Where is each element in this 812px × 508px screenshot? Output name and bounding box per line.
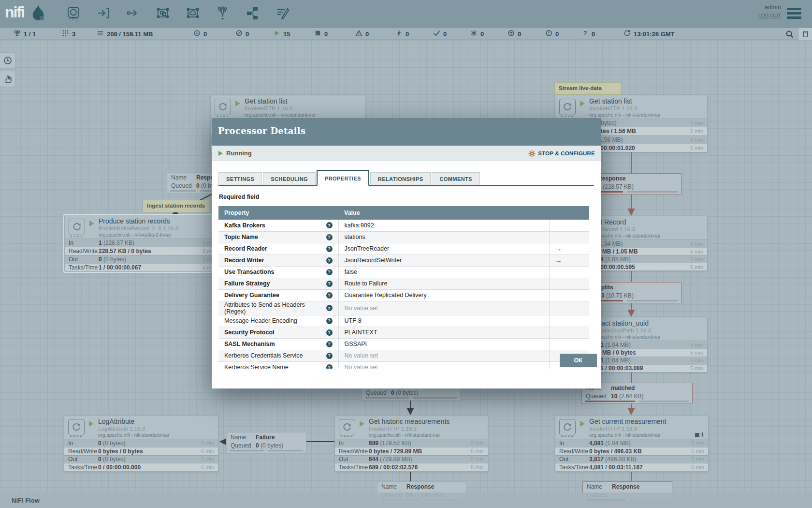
status-locally-modified-value: 0 [480,30,484,38]
value-cell: UTF-8 [338,315,549,327]
queue-indicator [365,397,457,399]
tab-settings[interactable]: SETTINGS [218,172,262,185]
help-icon[interactable]: ? [326,341,333,347]
help-icon[interactable]: ? [326,305,333,311]
locally-modified-icon [470,30,478,38]
locally-modified-stale-icon [545,30,552,38]
help-icon[interactable]: ? [326,269,333,275]
active-thread-count: ▦ 1 [695,432,704,437]
queue-indicator [585,401,689,402]
property-value: No value set [345,364,378,369]
property-row-failure-strategy: Failure Strategy?Route to Failure [218,278,589,289]
extra-cell [549,301,589,315]
status-stale: 0 [508,28,521,40]
help-icon[interactable]: ? [326,246,333,252]
status-disabled: 0 [395,28,409,40]
connection-name-row: NameFailure [227,433,306,442]
stat-label: In [559,440,589,447]
ok-button[interactable]: OK [560,354,597,367]
operate-palette-button[interactable] [0,71,15,87]
processor-stats: In4,081 (1.04 MB)5 minRead/Write0 bytes … [555,439,708,471]
stop-and-configure-button[interactable]: STOP & CONFIGURE [528,146,595,161]
template-icon[interactable] [245,6,260,20]
stat-window: 5 min [691,456,704,462]
processor-bundle: org.apache.nifi - nifi-kafka-2-6-nar [99,232,171,238]
settings-panel-button[interactable] [798,28,812,40]
flow-label-stream-live-data[interactable]: Stream live-data [554,82,621,95]
processor-5-logattribute[interactable]: LogAttributeLogAttribute 1.16.3org.apach… [64,415,218,472]
connection-name-row: NameResponse [583,483,672,491]
stat-value: 1,234 (1.05 MB) [589,256,690,263]
stat-label: Read/Write [559,448,589,455]
name-key: Name [587,483,612,491]
stat-value: 4,091 / 00:00:03.089 [589,365,690,372]
help-icon[interactable]: ? [326,234,333,240]
stat-window: 5 min [690,350,703,356]
processor-name: LogAttribute [98,418,135,425]
stat-value: 4,091 (1.04 MB) [589,357,690,364]
processor-icon [215,99,231,115]
tab-properties[interactable]: PROPERTIES [317,170,369,186]
queued-value: 0 (0 bytes) [391,389,419,397]
nifi-drop-icon [31,4,45,22]
help-icon[interactable]: ? [326,281,333,287]
stat-window: 5 min [690,137,703,143]
go-to-service-icon[interactable]: → [555,256,562,264]
property-cell: Record Reader? [218,243,338,254]
sync-failure-icon: ? [581,30,589,38]
extra-cell [549,266,589,278]
tab-scheduling[interactable]: SCHEDULING [263,172,316,185]
help-icon[interactable]: ? [326,257,333,264]
dialog-header: Processor Details [212,118,601,146]
property-row-attributes-to-send-as-headers-regex: Attributes to Send as Headers (Regex)?No… [218,301,589,315]
processor-4-produce-station-records[interactable]: Produce station recordsPublishKafkaRecor… [64,215,220,272]
queued-key: Queued [231,442,256,449]
remote-process-group-icon[interactable] [186,6,200,20]
property-name: SASL Mechanism [224,341,275,347]
processor-icon[interactable] [66,6,81,20]
property-name: Kerberos Service Name [224,364,289,369]
tab-relationships[interactable]: RELATIONSHIPS [370,172,431,185]
logout-link[interactable]: LOG OUT [758,13,781,18]
property-value: UTF-8 [345,317,362,324]
property-row-message-header-encoding: Message Header Encoding?UTF-8 [218,315,589,327]
user-block: admin LOG OUT [758,4,781,18]
processor-6-get-historic-measurements[interactable]: Get historic measurementsInvokeHTTP 1.16… [334,415,488,472]
stat-row-read-write: Read/Write0 bytes / 496.03 KB5 min [555,447,708,455]
property-cell: Attributes to Send as Headers (Regex)? [218,301,338,315]
label-icon[interactable] [275,6,290,20]
help-icon[interactable]: ? [326,292,333,299]
search-icon[interactable] [785,30,794,38]
input-port-icon[interactable] [96,6,111,20]
go-to-service-icon[interactable]: → [555,245,562,253]
help-icon[interactable]: ? [326,364,333,369]
help-icon[interactable]: ? [326,318,333,324]
running-icon [89,221,94,226]
queue-bar-left [585,401,635,402]
help-icon[interactable]: ? [326,329,333,336]
breadcrumb[interactable]: NiFi Flow [12,497,40,504]
global-menu-icon[interactable] [787,8,801,19]
tab-comments[interactable]: COMMENTS [432,172,479,185]
value-cell: GSSAPI [338,338,549,350]
flow-label-ingest-station-records[interactable]: Ingest station records [143,200,209,212]
column-header-value: Value [338,206,549,220]
help-icon[interactable]: ? [326,222,333,228]
processor-type: InvokeHTTP 1.16.3 [589,105,637,111]
output-port-icon[interactable] [126,6,140,20]
processor-7-get-current-measurement[interactable]: Get current measurementInvokeHTTP 1.16.3… [555,415,709,472]
stat-label: Tasks/Time [68,464,98,471]
navigate-palette-button[interactable] [0,52,15,69]
process-group-icon[interactable] [156,6,170,20]
connection-label-failure[interactable]: NameFailureQueued0 (0 bytes) [226,432,306,453]
status-locally-modified-stale: 0 [545,28,559,40]
stopped-icon [314,30,321,38]
property-cell: Record Writer? [218,254,338,266]
extra-cell: → [549,243,589,254]
status-stale-value: 0 [518,30,521,38]
help-icon[interactable]: ? [326,353,333,359]
funnel-icon[interactable] [215,6,230,20]
property-name: Delivery Guarantee [224,292,279,299]
stat-value: 689 (179.52 KB) [369,440,471,447]
stat-label: Out [559,456,589,463]
